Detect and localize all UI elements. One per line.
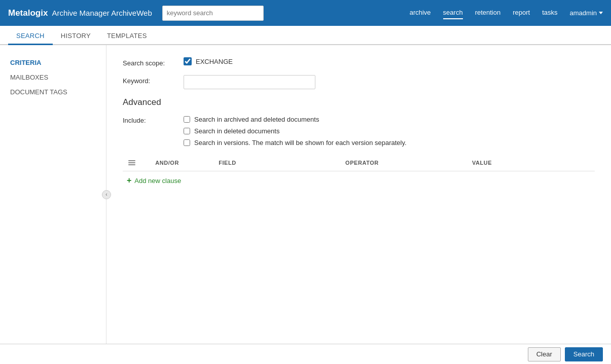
brand-name-bold: Metalogix	[8, 8, 48, 18]
plus-icon: +	[127, 176, 131, 185]
tabs-bar: SEARCH HISTORY TEMPLATES	[0, 26, 611, 45]
col-header-icon	[123, 155, 151, 171]
include-row: Include: Search in archived and deleted …	[123, 116, 595, 147]
search-scope-label: Search scope:	[123, 57, 184, 67]
search-scope-control: EXCHANGE	[184, 57, 233, 65]
app-header: Metalogix Archive Manager ArchiveWeb arc…	[0, 0, 611, 26]
sidebar-item-document-tags[interactable]: DOCUMENT TAGS	[0, 85, 106, 99]
nav-item-archive[interactable]: archive	[410, 7, 431, 19]
checkbox-row-versions: Search in versions. The match will be sh…	[184, 139, 407, 147]
nav-item-report[interactable]: report	[513, 7, 530, 19]
checkbox-archived-deleted[interactable]	[184, 116, 190, 123]
keyword-input[interactable]	[184, 75, 315, 89]
nav-item-tasks[interactable]: tasks	[542, 7, 557, 19]
keyword-search-input[interactable]	[162, 6, 264, 21]
include-label: Include:	[123, 116, 184, 124]
add-clause-button[interactable]: + Add new clause	[123, 171, 595, 190]
exchange-label[interactable]: EXCHANGE	[196, 58, 233, 65]
main-layout: CRITERIA MAILBOXES DOCUMENT TAGS ‹ Searc…	[0, 45, 611, 344]
checkbox-deleted-label[interactable]: Search in deleted documents	[194, 127, 279, 135]
checkbox-deleted[interactable]	[184, 128, 190, 134]
list-icon	[127, 158, 137, 168]
clear-button[interactable]: Clear	[528, 347, 561, 361]
nav-item-retention[interactable]: retention	[475, 7, 501, 19]
clause-table: AND/OR FIELD OPERATOR VALUE	[123, 155, 595, 171]
search-button[interactable]: Search	[565, 347, 603, 361]
exchange-checkbox[interactable]	[184, 57, 192, 65]
amadmin-label: amadmin	[570, 9, 597, 17]
col-header-and-or: AND/OR	[151, 155, 214, 171]
nav-item-search[interactable]: search	[443, 7, 463, 19]
add-clause-label: Add new clause	[134, 177, 181, 185]
chevron-down-icon	[599, 12, 603, 14]
content-area: Search scope: EXCHANGE Keyword: Advanced…	[106, 45, 611, 344]
main-nav: archive search retention report tasks am…	[410, 7, 603, 19]
tab-history[interactable]: HISTORY	[53, 28, 99, 45]
search-scope-row: Search scope: EXCHANGE	[123, 57, 595, 67]
brand-name-rest: Archive Manager ArchiveWeb	[52, 9, 152, 17]
keyword-label: Keyword:	[123, 75, 184, 85]
col-header-operator: OPERATOR	[341, 155, 468, 171]
checkbox-row-archived-deleted: Search in archived and deleted documents	[184, 116, 407, 123]
sidebar-collapse-button[interactable]: ‹	[102, 190, 111, 199]
sidebar-item-criteria[interactable]: CRITERIA	[0, 55, 106, 70]
tab-templates[interactable]: TEMPLATES	[99, 28, 155, 45]
tab-search[interactable]: SEARCH	[8, 28, 53, 45]
keyword-row: Keyword:	[123, 75, 595, 89]
global-search	[162, 6, 264, 21]
checkbox-versions[interactable]	[184, 139, 190, 146]
brand: Metalogix Archive Manager ArchiveWeb	[8, 8, 152, 18]
include-checkboxes: Search in archived and deleted documents…	[184, 116, 407, 147]
footer: Clear Search	[0, 344, 611, 364]
checkbox-versions-label[interactable]: Search in versions. The match will be sh…	[194, 139, 407, 147]
nav-item-amadmin[interactable]: amadmin	[570, 9, 603, 17]
advanced-heading: Advanced	[123, 97, 595, 107]
checkbox-archived-deleted-label[interactable]: Search in archived and deleted documents	[194, 116, 319, 123]
sidebar: CRITERIA MAILBOXES DOCUMENT TAGS ‹	[0, 45, 106, 344]
col-header-value: VALUE	[468, 155, 595, 171]
sidebar-item-mailboxes[interactable]: MAILBOXES	[0, 70, 106, 85]
checkbox-row-deleted: Search in deleted documents	[184, 127, 407, 135]
col-header-field: FIELD	[214, 155, 341, 171]
